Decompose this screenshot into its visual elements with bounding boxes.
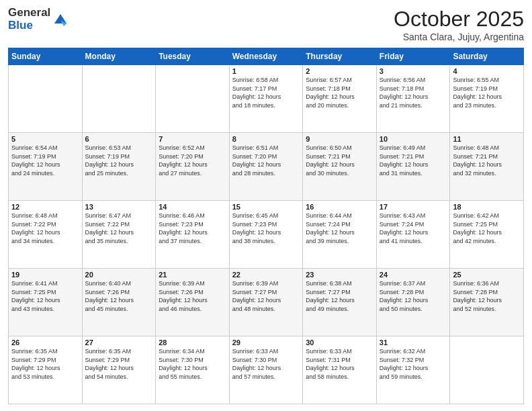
calendar-cell: 16Sunrise: 6:44 AM Sunset: 7:24 PM Dayli… — [303, 201, 377, 269]
day-info: Sunrise: 6:51 AM Sunset: 7:20 PM Dayligh… — [232, 144, 300, 177]
day-number: 9 — [306, 135, 373, 143]
day-info: Sunrise: 6:35 AM Sunset: 7:29 PM Dayligh… — [85, 347, 153, 381]
day-number: 29 — [232, 338, 300, 347]
day-info: Sunrise: 6:43 AM Sunset: 7:24 PM Dayligh… — [380, 212, 447, 245]
subtitle: Santa Clara, Jujuy, Argentina — [394, 32, 524, 42]
calendar-cell: 17Sunrise: 6:43 AM Sunset: 7:24 PM Dayli… — [376, 201, 450, 269]
calendar-cell: 7Sunrise: 6:52 AM Sunset: 7:20 PM Daylig… — [156, 133, 230, 201]
day-number: 5 — [11, 135, 79, 143]
title-block: October 2025 Santa Clara, Jujuy, Argenti… — [394, 7, 524, 42]
calendar-cell: 28Sunrise: 6:34 AM Sunset: 7:30 PM Dayli… — [156, 336, 230, 404]
calendar-cell: 18Sunrise: 6:42 AM Sunset: 7:25 PM Dayli… — [450, 201, 524, 269]
calendar-day-header: Tuesday — [156, 48, 230, 65]
day-number: 15 — [232, 203, 300, 211]
calendar-cell: 29Sunrise: 6:33 AM Sunset: 7:30 PM Dayli… — [229, 336, 303, 404]
calendar-cell: 9Sunrise: 6:50 AM Sunset: 7:21 PM Daylig… — [303, 133, 377, 201]
calendar-cell — [450, 336, 524, 404]
svg-marker-0 — [54, 14, 66, 24]
day-info: Sunrise: 6:42 AM Sunset: 7:25 PM Dayligh… — [453, 212, 521, 245]
calendar-week-row: 5Sunrise: 6:54 AM Sunset: 7:19 PM Daylig… — [9, 133, 524, 201]
day-number: 31 — [380, 338, 447, 347]
day-info: Sunrise: 6:55 AM Sunset: 7:19 PM Dayligh… — [453, 76, 521, 109]
day-info: Sunrise: 6:52 AM Sunset: 7:20 PM Dayligh… — [159, 144, 226, 177]
day-number: 22 — [232, 271, 300, 279]
day-info: Sunrise: 6:46 AM Sunset: 7:23 PM Dayligh… — [159, 212, 226, 245]
day-number: 26 — [11, 338, 79, 347]
day-info: Sunrise: 6:49 AM Sunset: 7:21 PM Dayligh… — [380, 144, 447, 177]
day-info: Sunrise: 6:36 AM Sunset: 7:28 PM Dayligh… — [453, 279, 521, 313]
day-number: 4 — [453, 67, 521, 75]
calendar-cell: 21Sunrise: 6:39 AM Sunset: 7:26 PM Dayli… — [156, 269, 230, 336]
day-number: 24 — [380, 271, 447, 279]
calendar-week-row: 1Sunrise: 6:58 AM Sunset: 7:17 PM Daylig… — [9, 65, 524, 133]
day-info: Sunrise: 6:33 AM Sunset: 7:30 PM Dayligh… — [232, 347, 300, 381]
day-info: Sunrise: 6:44 AM Sunset: 7:24 PM Dayligh… — [306, 212, 373, 245]
calendar-day-header: Sunday — [9, 48, 83, 65]
calendar-day-header: Wednesday — [229, 48, 303, 65]
day-info: Sunrise: 6:40 AM Sunset: 7:26 PM Dayligh… — [85, 279, 153, 313]
day-info: Sunrise: 6:33 AM Sunset: 7:31 PM Dayligh… — [306, 347, 373, 381]
calendar-cell: 10Sunrise: 6:49 AM Sunset: 7:21 PM Dayli… — [376, 133, 450, 201]
day-number: 23 — [306, 271, 373, 279]
calendar-week-row: 26Sunrise: 6:35 AM Sunset: 7:29 PM Dayli… — [9, 336, 524, 404]
calendar-cell: 5Sunrise: 6:54 AM Sunset: 7:19 PM Daylig… — [9, 133, 83, 201]
day-info: Sunrise: 6:48 AM Sunset: 7:21 PM Dayligh… — [453, 144, 521, 177]
calendar-day-header: Monday — [82, 48, 156, 65]
calendar-day-header: Saturday — [450, 48, 524, 65]
calendar-cell: 31Sunrise: 6:32 AM Sunset: 7:32 PM Dayli… — [376, 336, 450, 404]
day-info: Sunrise: 6:38 AM Sunset: 7:27 PM Dayligh… — [306, 279, 373, 313]
day-info: Sunrise: 6:34 AM Sunset: 7:30 PM Dayligh… — [159, 347, 226, 381]
calendar-week-row: 19Sunrise: 6:41 AM Sunset: 7:25 PM Dayli… — [9, 269, 524, 336]
calendar-cell: 20Sunrise: 6:40 AM Sunset: 7:26 PM Dayli… — [82, 269, 156, 336]
day-number: 2 — [306, 67, 373, 75]
page: General Blue October 2025 Santa Clara, J… — [0, 0, 532, 411]
day-info: Sunrise: 6:47 AM Sunset: 7:22 PM Dayligh… — [85, 212, 153, 245]
calendar-cell: 8Sunrise: 6:51 AM Sunset: 7:20 PM Daylig… — [229, 133, 303, 201]
calendar-cell: 13Sunrise: 6:47 AM Sunset: 7:22 PM Dayli… — [82, 201, 156, 269]
calendar-day-header: Friday — [376, 48, 450, 65]
day-info: Sunrise: 6:39 AM Sunset: 7:26 PM Dayligh… — [159, 279, 226, 313]
day-info: Sunrise: 6:57 AM Sunset: 7:18 PM Dayligh… — [306, 76, 373, 109]
calendar-table: SundayMondayTuesdayWednesdayThursdayFrid… — [8, 48, 524, 404]
calendar-cell: 4Sunrise: 6:55 AM Sunset: 7:19 PM Daylig… — [450, 65, 524, 133]
day-info: Sunrise: 6:41 AM Sunset: 7:25 PM Dayligh… — [11, 279, 79, 313]
day-number: 8 — [232, 135, 300, 143]
day-info: Sunrise: 6:35 AM Sunset: 7:29 PM Dayligh… — [11, 347, 79, 381]
day-number: 21 — [159, 271, 226, 279]
calendar-cell — [82, 65, 156, 133]
calendar-cell: 12Sunrise: 6:48 AM Sunset: 7:22 PM Dayli… — [9, 201, 83, 269]
calendar-cell: 25Sunrise: 6:36 AM Sunset: 7:28 PM Dayli… — [450, 269, 524, 336]
calendar-cell: 3Sunrise: 6:56 AM Sunset: 7:18 PM Daylig… — [376, 65, 450, 133]
day-info: Sunrise: 6:37 AM Sunset: 7:28 PM Dayligh… — [380, 279, 447, 313]
month-title: October 2025 — [394, 7, 524, 32]
calendar-body: 1Sunrise: 6:58 AM Sunset: 7:17 PM Daylig… — [9, 65, 524, 404]
day-number: 1 — [232, 67, 300, 75]
day-number: 10 — [380, 135, 447, 143]
day-number: 6 — [85, 135, 153, 143]
day-number: 13 — [85, 203, 153, 211]
day-info: Sunrise: 6:32 AM Sunset: 7:32 PM Dayligh… — [380, 347, 447, 381]
calendar-cell: 11Sunrise: 6:48 AM Sunset: 7:21 PM Dayli… — [450, 133, 524, 201]
calendar-cell: 15Sunrise: 6:45 AM Sunset: 7:23 PM Dayli… — [229, 201, 303, 269]
calendar-cell: 2Sunrise: 6:57 AM Sunset: 7:18 PM Daylig… — [303, 65, 377, 133]
day-number: 11 — [453, 135, 521, 143]
calendar-cell: 22Sunrise: 6:39 AM Sunset: 7:27 PM Dayli… — [229, 269, 303, 336]
day-info: Sunrise: 6:58 AM Sunset: 7:17 PM Dayligh… — [232, 76, 300, 109]
logo-text: General Blue — [8, 7, 50, 32]
day-number: 17 — [380, 203, 447, 211]
day-info: Sunrise: 6:54 AM Sunset: 7:19 PM Dayligh… — [11, 144, 79, 177]
calendar-cell: 23Sunrise: 6:38 AM Sunset: 7:27 PM Dayli… — [303, 269, 377, 336]
day-number: 12 — [11, 203, 79, 211]
day-number: 19 — [11, 271, 79, 279]
calendar-cell: 26Sunrise: 6:35 AM Sunset: 7:29 PM Dayli… — [9, 336, 83, 404]
day-info: Sunrise: 6:48 AM Sunset: 7:22 PM Dayligh… — [11, 212, 79, 245]
logo-general: General — [8, 7, 50, 19]
calendar-cell: 27Sunrise: 6:35 AM Sunset: 7:29 PM Dayli… — [82, 336, 156, 404]
day-info: Sunrise: 6:50 AM Sunset: 7:21 PM Dayligh… — [306, 144, 373, 177]
day-number: 16 — [306, 203, 373, 211]
calendar-cell — [156, 65, 230, 133]
logo: General Blue — [8, 7, 69, 32]
calendar-day-header: Thursday — [303, 48, 377, 65]
logo-blue: Blue — [8, 19, 50, 32]
day-info: Sunrise: 6:53 AM Sunset: 7:19 PM Dayligh… — [85, 144, 153, 177]
